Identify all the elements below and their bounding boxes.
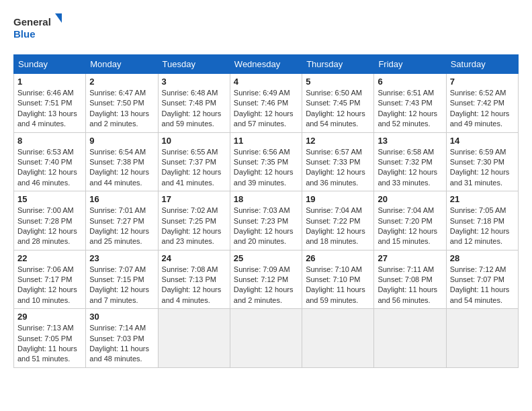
calendar-cell [446,309,518,368]
calendar-cell: 15 Sunrise: 7:00 AM Sunset: 7:28 PM Dayl… [14,191,86,250]
day-info: Sunrise: 6:47 AM Sunset: 7:50 PM Dayligh… [89,88,154,130]
day-number: 28 [450,253,515,263]
day-info: Sunrise: 6:48 AM Sunset: 7:48 PM Dayligh… [162,88,226,130]
calendar-cell: 11 Sunrise: 6:56 AM Sunset: 7:35 PM Dayl… [230,132,302,191]
day-number: 16 [89,194,154,204]
header-friday: Friday [374,55,446,74]
calendar-cell: 14 Sunrise: 6:59 AM Sunset: 7:30 PM Dayl… [446,132,518,191]
calendar-cell: 1 Sunrise: 6:46 AM Sunset: 7:51 PM Dayli… [14,74,86,133]
day-number: 27 [378,253,442,263]
calendar-cell: 3 Sunrise: 6:48 AM Sunset: 7:48 PM Dayli… [158,74,230,133]
day-info: Sunrise: 7:11 AM Sunset: 7:08 PM Dayligh… [378,265,442,306]
day-number: 14 [450,136,515,146]
calendar-cell: 7 Sunrise: 6:52 AM Sunset: 7:42 PM Dayli… [446,74,518,133]
header-sunday: Sunday [14,55,86,74]
header-wednesday: Wednesday [230,55,302,74]
day-info: Sunrise: 7:05 AM Sunset: 7:18 PM Dayligh… [450,205,515,247]
calendar-cell: 28 Sunrise: 7:12 AM Sunset: 7:07 PM Dayl… [446,250,518,309]
calendar-cell: 27 Sunrise: 7:11 AM Sunset: 7:08 PM Dayl… [374,250,446,309]
calendar-cell: 2 Sunrise: 6:47 AM Sunset: 7:50 PM Dayli… [86,74,158,133]
day-info: Sunrise: 7:09 AM Sunset: 7:12 PM Dayligh… [234,265,298,306]
day-info: Sunrise: 7:02 AM Sunset: 7:25 PM Dayligh… [162,205,226,247]
day-info: Sunrise: 6:55 AM Sunset: 7:37 PM Dayligh… [162,147,226,189]
day-number: 7 [450,77,515,87]
day-number: 9 [89,136,154,146]
calendar-cell: 23 Sunrise: 7:07 AM Sunset: 7:15 PM Dayl… [86,250,158,309]
calendar-cell: 17 Sunrise: 7:02 AM Sunset: 7:25 PM Dayl… [158,191,230,250]
day-info: Sunrise: 6:58 AM Sunset: 7:32 PM Dayligh… [378,147,442,189]
day-number: 3 [162,77,226,87]
calendar-cell [158,309,230,368]
calendar-cell: 21 Sunrise: 7:05 AM Sunset: 7:18 PM Dayl… [446,191,518,250]
header-monday: Monday [86,55,158,74]
day-number: 19 [306,194,370,204]
day-number: 25 [234,253,298,263]
day-number: 11 [234,136,298,146]
day-info: Sunrise: 6:46 AM Sunset: 7:51 PM Dayligh… [17,88,82,130]
day-info: Sunrise: 7:01 AM Sunset: 7:27 PM Dayligh… [89,205,154,247]
logo-svg: General Blue [13,13,67,44]
day-number: 8 [17,136,82,146]
header-thursday: Thursday [302,55,374,74]
day-number: 6 [378,77,442,87]
day-number: 4 [234,77,298,87]
calendar-cell: 25 Sunrise: 7:09 AM Sunset: 7:12 PM Dayl… [230,250,302,309]
calendar-cell: 22 Sunrise: 7:06 AM Sunset: 7:17 PM Dayl… [14,250,86,309]
day-number: 22 [17,253,82,263]
day-info: Sunrise: 6:56 AM Sunset: 7:35 PM Dayligh… [234,147,298,189]
calendar-week-5: 29 Sunrise: 7:13 AM Sunset: 7:05 PM Dayl… [14,309,519,368]
day-number: 17 [162,194,226,204]
header-saturday: Saturday [446,55,518,74]
day-number: 13 [378,136,442,146]
day-info: Sunrise: 6:50 AM Sunset: 7:45 PM Dayligh… [306,88,370,130]
calendar-cell [374,309,446,368]
svg-marker-2 [55,13,62,23]
svg-text:General: General [13,16,51,28]
calendar-table: SundayMondayTuesdayWednesdayThursdayFrid… [13,54,519,368]
day-info: Sunrise: 7:07 AM Sunset: 7:15 PM Dayligh… [89,265,154,306]
calendar-cell: 24 Sunrise: 7:08 AM Sunset: 7:13 PM Dayl… [158,250,230,309]
calendar-week-3: 15 Sunrise: 7:00 AM Sunset: 7:28 PM Dayl… [14,191,519,250]
header-tuesday: Tuesday [158,55,230,74]
day-number: 12 [306,136,370,146]
calendar-cell: 29 Sunrise: 7:13 AM Sunset: 7:05 PM Dayl… [14,309,86,368]
day-number: 21 [450,194,515,204]
day-info: Sunrise: 7:03 AM Sunset: 7:23 PM Dayligh… [234,205,298,247]
calendar-week-2: 8 Sunrise: 6:53 AM Sunset: 7:40 PM Dayli… [14,132,519,191]
day-info: Sunrise: 7:12 AM Sunset: 7:07 PM Dayligh… [450,265,515,306]
day-number: 2 [89,77,154,87]
day-info: Sunrise: 6:57 AM Sunset: 7:33 PM Dayligh… [306,147,370,189]
day-number: 15 [17,194,82,204]
calendar-cell: 18 Sunrise: 7:03 AM Sunset: 7:23 PM Dayl… [230,191,302,250]
day-number: 23 [89,253,154,263]
calendar-cell: 19 Sunrise: 7:04 AM Sunset: 7:22 PM Dayl… [302,191,374,250]
calendar-cell: 26 Sunrise: 7:10 AM Sunset: 7:10 PM Dayl… [302,250,374,309]
day-info: Sunrise: 6:59 AM Sunset: 7:30 PM Dayligh… [450,147,515,189]
calendar-cell: 6 Sunrise: 6:51 AM Sunset: 7:43 PM Dayli… [374,74,446,133]
calendar-cell: 30 Sunrise: 7:14 AM Sunset: 7:03 PM Dayl… [86,309,158,368]
calendar-cell: 4 Sunrise: 6:49 AM Sunset: 7:46 PM Dayli… [230,74,302,133]
day-info: Sunrise: 7:04 AM Sunset: 7:22 PM Dayligh… [306,205,370,247]
calendar-cell: 8 Sunrise: 6:53 AM Sunset: 7:40 PM Dayli… [14,132,86,191]
svg-text:Blue: Blue [13,28,36,40]
day-number: 18 [234,194,298,204]
day-info: Sunrise: 7:04 AM Sunset: 7:20 PM Dayligh… [378,205,442,247]
calendar-cell: 12 Sunrise: 6:57 AM Sunset: 7:33 PM Dayl… [302,132,374,191]
logo: General Blue [13,13,67,44]
day-info: Sunrise: 7:00 AM Sunset: 7:28 PM Dayligh… [17,205,82,247]
day-number: 1 [17,77,82,87]
calendar-cell [302,309,374,368]
day-info: Sunrise: 7:08 AM Sunset: 7:13 PM Dayligh… [162,265,226,306]
calendar-cell: 16 Sunrise: 7:01 AM Sunset: 7:27 PM Dayl… [86,191,158,250]
day-number: 30 [89,312,154,322]
calendar-cell: 9 Sunrise: 6:54 AM Sunset: 7:38 PM Dayli… [86,132,158,191]
day-number: 24 [162,253,226,263]
calendar-cell: 20 Sunrise: 7:04 AM Sunset: 7:20 PM Dayl… [374,191,446,250]
page-header: General Blue [13,13,519,44]
day-info: Sunrise: 6:52 AM Sunset: 7:42 PM Dayligh… [450,88,515,130]
day-info: Sunrise: 7:10 AM Sunset: 7:10 PM Dayligh… [306,265,370,306]
calendar-cell [230,309,302,368]
day-info: Sunrise: 6:53 AM Sunset: 7:40 PM Dayligh… [17,147,82,189]
day-info: Sunrise: 7:06 AM Sunset: 7:17 PM Dayligh… [17,265,82,306]
calendar-week-4: 22 Sunrise: 7:06 AM Sunset: 7:17 PM Dayl… [14,250,519,309]
